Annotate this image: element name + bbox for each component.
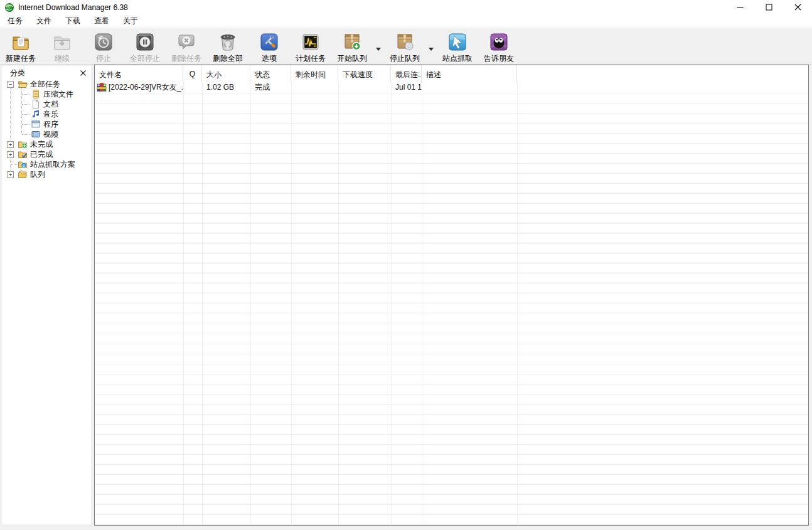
stop-queue-dropdown[interactable] (425, 28, 437, 53)
tree-item-queues[interactable]: + 队列 (2, 169, 91, 179)
video-icon (31, 129, 41, 139)
start-queue-icon (342, 32, 362, 52)
tree-item-video[interactable]: 视频 (2, 129, 91, 139)
tree-item-all-tasks[interactable]: − 全部任务 (2, 79, 91, 89)
tree-item-unfinished[interactable]: + 未完成 (2, 139, 91, 149)
main-area: 分类 − 全部任务 (0, 65, 812, 530)
close-icon (794, 4, 801, 11)
column-header-filename[interactable]: 文件名 (95, 65, 183, 82)
tree-label: 未完成 (30, 139, 53, 150)
category-tree: − 全部任务 压缩文件 (2, 78, 91, 179)
stop-all-button[interactable]: 全部停止 (124, 28, 166, 64)
folder-check-icon (18, 149, 28, 159)
tree-label: 全部任务 (30, 79, 60, 90)
column-header-speed[interactable]: 下载速度 (338, 65, 391, 82)
archive-icon (31, 89, 41, 99)
column-divider (183, 82, 184, 525)
column-divider (517, 82, 518, 525)
resume-label: 继续 (55, 53, 70, 64)
stop-button[interactable]: 停止 (83, 28, 124, 64)
minimize-icon (737, 4, 744, 11)
start-queue-dropdown[interactable] (373, 28, 384, 53)
maximize-button[interactable] (754, 0, 783, 14)
categories-title: 分类 (10, 68, 79, 78)
tell-friends-icon (489, 32, 509, 52)
expander-plus[interactable]: + (7, 151, 14, 158)
stop-label: 停止 (96, 53, 111, 64)
tree-item-compressed[interactable]: 压缩文件 (2, 89, 91, 99)
column-divider (291, 82, 292, 525)
categories-close-button[interactable] (79, 69, 87, 77)
minimize-button[interactable] (725, 0, 754, 14)
folders-stack-icon (18, 169, 28, 179)
stop-icon (93, 32, 114, 52)
music-icon (31, 109, 41, 119)
delete-all-icon (218, 32, 238, 52)
window-controls (725, 0, 812, 14)
tree-label: 程序 (43, 119, 58, 130)
site-grabber-button[interactable]: 站点抓取 (437, 28, 478, 64)
tree-item-music[interactable]: 音乐 (2, 109, 91, 119)
column-header-status[interactable]: 状态 (250, 65, 291, 82)
tree-label: 已完成 (30, 149, 53, 160)
maximize-icon (766, 4, 772, 11)
categories-panel: 分类 − 全部任务 (2, 66, 91, 524)
resume-button[interactable]: 继续 (41, 28, 83, 64)
list-header: 文件名 Q 大小 状态 剩余时间 下载速度 最后连... 描述 (95, 65, 808, 82)
categories-header: 分类 (2, 66, 91, 78)
size-cell: 1.02 GB (202, 83, 250, 92)
expander-plus[interactable]: + (7, 141, 14, 148)
stop-queue-icon (395, 32, 415, 52)
chevron-down-icon (429, 48, 434, 53)
delete-task-icon (176, 32, 196, 52)
delete-task-button[interactable]: 删除任务 (166, 28, 207, 64)
column-header-queue[interactable]: Q (183, 65, 202, 82)
expander-plus[interactable]: + (7, 171, 14, 178)
svg-text:e: e (23, 162, 25, 168)
tree-item-programs[interactable]: 程序 (2, 119, 91, 129)
tell-friends-button[interactable]: 告诉朋友 (478, 28, 520, 64)
document-icon (31, 99, 41, 109)
scheduler-label: 计划任务 (296, 53, 326, 64)
options-label: 选项 (262, 53, 277, 64)
column-header-description[interactable]: 描述 (422, 65, 517, 82)
close-button[interactable] (783, 0, 812, 14)
tell-friends-label: 告诉朋友 (484, 53, 514, 64)
menu-file[interactable]: 文件 (29, 14, 58, 28)
menu-about[interactable]: 关于 (116, 14, 145, 28)
new-task-button[interactable]: 新建任务 (0, 28, 41, 64)
window-title: Internet Download Manager 6.38 (18, 3, 128, 12)
idm-globe-icon (4, 3, 14, 13)
folder-download-icon (18, 139, 28, 149)
expander-minus[interactable]: − (7, 81, 14, 88)
rar-file-icon (97, 82, 107, 92)
menu-tasks[interactable]: 任务 (1, 14, 29, 28)
stop-queue-button[interactable]: 停止队列 (384, 28, 425, 64)
site-grabber-label: 站点抓取 (442, 53, 473, 64)
column-header-size[interactable]: 大小 (202, 65, 250, 82)
tree-item-finished[interactable]: + 已完成 (2, 149, 91, 159)
chevron-down-icon (376, 48, 381, 53)
toolbar: 新建任务 继续 停止 全部停止 (0, 28, 812, 65)
options-button[interactable]: 选项 (248, 28, 290, 64)
column-divider (338, 82, 339, 525)
delete-all-button[interactable]: 删除全部 (207, 28, 248, 64)
column-header-time-left[interactable]: 剩余时间 (291, 65, 338, 82)
tree-label: 站点抓取方案 (30, 159, 75, 170)
tree-item-grabber-projects[interactable]: e 站点抓取方案 (2, 159, 91, 169)
folder-web-icon: e (18, 159, 28, 169)
stop-queue-label: 停止队列 (390, 53, 420, 64)
stop-all-label: 全部停止 (130, 53, 160, 64)
column-header-filler (517, 65, 808, 82)
start-queue-button[interactable]: 开始队列 (331, 28, 373, 64)
program-icon (31, 119, 41, 129)
scheduler-button[interactable]: 计划任务 (290, 28, 331, 64)
column-divider (250, 82, 251, 525)
menu-view[interactable]: 查看 (87, 14, 116, 28)
column-header-last-try[interactable]: 最后连... (391, 65, 422, 82)
menu-downloads[interactable]: 下载 (58, 14, 87, 28)
title-bar: Internet Download Manager 6.38 (0, 0, 812, 14)
status-cell: 完成 (250, 82, 291, 93)
tree-item-documents[interactable]: 文档 (2, 99, 91, 109)
options-icon (259, 32, 279, 52)
